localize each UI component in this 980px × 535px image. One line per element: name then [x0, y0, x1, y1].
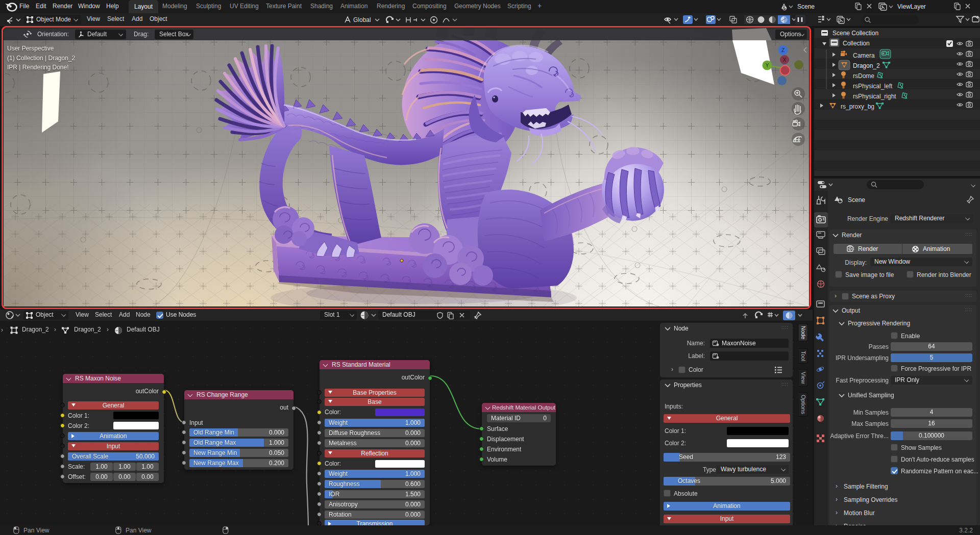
svg-text:ViewLayer: ViewLayer: [897, 3, 926, 10]
svg-text:rsPhysical_left: rsPhysical_left: [853, 83, 893, 90]
svg-text:Y: Y: [766, 63, 769, 68]
svg-text:Scene: Scene: [797, 3, 815, 10]
svg-text:Scene Collection: Scene Collection: [832, 30, 878, 37]
svg-text:rsDome: rsDome: [853, 72, 874, 80]
svg-text:Camera: Camera: [853, 52, 875, 59]
svg-text:rsPhysical_right: rsPhysical_right: [853, 93, 896, 100]
svg-text:X: X: [783, 57, 787, 63]
svg-text:Collection: Collection: [843, 40, 870, 47]
svg-text:rs_proxy_bg: rs_proxy_bg: [841, 103, 874, 110]
svg-text:Global: Global: [353, 16, 371, 23]
svg-text:Z: Z: [781, 47, 785, 53]
svg-text:Dragon_2: Dragon_2: [853, 62, 880, 69]
